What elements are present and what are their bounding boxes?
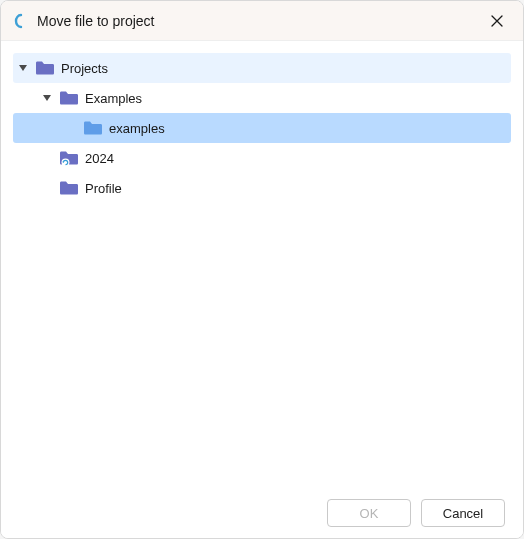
close-button[interactable] [481,5,513,37]
app-icon [13,13,29,29]
button-label: Cancel [443,506,483,521]
tree-node-2024[interactable]: 2024 [13,143,511,173]
cancel-button[interactable]: Cancel [421,499,505,527]
expander-icon[interactable] [39,90,55,106]
folder-icon [59,89,79,107]
ok-button[interactable]: OK [327,499,411,527]
folder-tree: Projects Examples examples [1,41,523,488]
folder-icon [35,59,55,77]
tree-node-label: Profile [85,181,122,196]
dialog-title: Move file to project [37,13,481,29]
close-icon [491,15,503,27]
folder-icon [83,119,103,137]
tree-node-label: 2024 [85,151,114,166]
folder-sync-icon [59,149,79,167]
tree-node-profile[interactable]: Profile [13,173,511,203]
folder-icon [59,179,79,197]
tree-node-label: Projects [61,61,108,76]
tree-node-label: Examples [85,91,142,106]
dialog-footer: OK Cancel [1,488,523,538]
tree-node-examples[interactable]: Examples [13,83,511,113]
titlebar: Move file to project [1,1,523,41]
button-label: OK [360,506,379,521]
tree-node-examples-lc[interactable]: examples [13,113,511,143]
move-file-dialog: Move file to project Projects [0,0,524,539]
tree-node-projects[interactable]: Projects [13,53,511,83]
tree-node-label: examples [109,121,165,136]
expander-icon[interactable] [15,60,31,76]
